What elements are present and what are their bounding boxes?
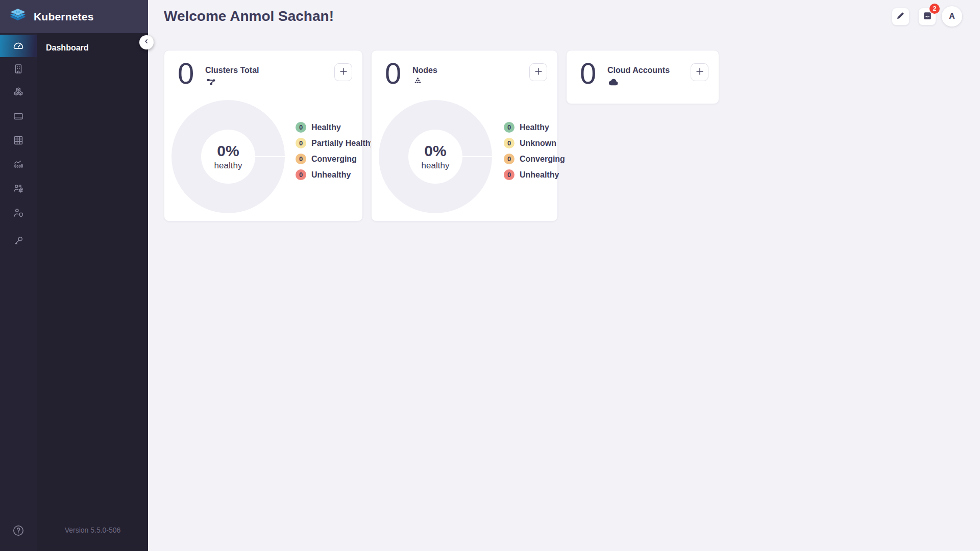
clusters-total-card: 0 Clusters Total 0% healthy — [164, 50, 363, 221]
cubes-icon — [12, 86, 24, 98]
cluster-link-icon — [205, 76, 216, 89]
clusters-legend: 0 Healthy 0 Partially Healthy 0 Convergi… — [296, 122, 375, 185]
building-icon — [12, 63, 24, 75]
chevron-left-icon — [143, 38, 150, 47]
notification-count-badge: 2 — [929, 4, 940, 14]
legend-count-badge: 0 — [296, 154, 306, 164]
edit-button[interactable] — [892, 8, 910, 26]
legend-item: 0 Partially Healthy — [296, 138, 375, 148]
legend-count-badge: 0 — [504, 138, 514, 148]
dashboard-gauge-icon — [12, 38, 25, 54]
donut-percent-label: 0% — [214, 142, 242, 160]
add-cluster-button[interactable] — [334, 63, 352, 81]
legend-count-badge: 0 — [296, 122, 306, 133]
donut-divider — [255, 156, 285, 157]
chart-icon — [12, 158, 24, 170]
nodes-card: 0 Nodes 0% healthy 0 — [371, 50, 558, 221]
legend-label: Converging — [520, 155, 565, 164]
sidebar-item-cubes[interactable] — [0, 86, 37, 98]
sidebar-rail — [0, 0, 37, 551]
avatar-initial: A — [949, 12, 955, 21]
grid-icon — [12, 134, 24, 146]
legend-item: 0 Converging — [504, 154, 565, 164]
sidebar-header: Kubernetes — [0, 0, 148, 33]
donut-sub-label: healthy — [422, 161, 450, 171]
legend-item: 0 Unhealthy — [504, 169, 565, 180]
donut-sub-label: healthy — [214, 161, 242, 171]
add-node-button[interactable] — [529, 63, 547, 81]
kubernetes-dashboard-app: Dashboard Version 5.5.0-506 Kubernetes W… — [0, 0, 980, 551]
notifications-button[interactable]: 2 — [918, 8, 936, 26]
legend-label: Converging — [311, 155, 357, 164]
clusters-health-donut: 0% healthy — [172, 100, 285, 213]
sidebar-item-building[interactable] — [0, 63, 37, 75]
plus-icon — [338, 66, 349, 79]
legend-count-badge: 0 — [296, 138, 306, 148]
user-avatar[interactable]: A — [942, 6, 962, 27]
sidebar-collapse-button[interactable] — [139, 35, 154, 49]
nodes-card-title: Nodes — [412, 66, 437, 75]
pencil-icon — [896, 11, 905, 22]
nodes-health-donut: 0% healthy — [379, 100, 492, 213]
help-icon — [12, 524, 24, 537]
sidebar-item-chart[interactable] — [0, 158, 37, 170]
sidebar-item-dashboard-label[interactable]: Dashboard — [46, 43, 89, 53]
users-gear-icon — [12, 183, 24, 195]
legend-label: Unhealthy — [311, 170, 351, 180]
legend-label: Healthy — [311, 123, 341, 132]
sidebar-flyout: Dashboard Version 5.5.0-506 — [37, 0, 148, 551]
legend-label: Unknown — [520, 139, 556, 148]
sidebar-item-users[interactable] — [0, 183, 37, 195]
clusters-count: 0 — [178, 59, 194, 88]
sidebar-item-grid[interactable] — [0, 134, 37, 146]
donut-divider — [462, 156, 492, 157]
server-icon — [12, 110, 24, 122]
legend-label: Unhealthy — [520, 170, 559, 180]
key-icon — [12, 235, 24, 247]
nodes-count: 0 — [385, 59, 401, 88]
legend-label: Partially Healthy — [311, 139, 375, 148]
legend-label: Healthy — [520, 123, 549, 132]
legend-item: 0 Unknown — [504, 138, 565, 148]
legend-item: 0 Converging — [296, 154, 375, 164]
legend-item: 0 Unhealthy — [296, 169, 375, 180]
cloud-accounts-card-title: Cloud Accounts — [607, 66, 670, 75]
kubernetes-logo-icon — [8, 7, 28, 26]
help-button[interactable] — [0, 524, 37, 537]
legend-item: 0 Healthy — [296, 122, 375, 133]
plus-icon — [694, 66, 705, 79]
sidebar-item-key[interactable] — [0, 235, 37, 247]
plus-icon — [533, 66, 544, 79]
brand-title: Kubernetes — [34, 11, 94, 23]
legend-item: 0 Healthy — [504, 122, 565, 133]
legend-count-badge: 0 — [504, 154, 514, 164]
user-shield-icon — [12, 207, 24, 219]
nodes-legend: 0 Healthy 0 Unknown 0 Converging 0 Unhea… — [504, 122, 565, 185]
sidebar-item-dashboard[interactable] — [0, 35, 37, 57]
add-cloud-account-button[interactable] — [691, 63, 708, 81]
donut-percent-label: 0% — [422, 142, 450, 160]
sidebar-item-user-shield[interactable] — [0, 207, 37, 219]
legend-count-badge: 0 — [504, 169, 514, 180]
clusters-card-title: Clusters Total — [205, 66, 259, 75]
legend-count-badge: 0 — [296, 169, 306, 180]
legend-count-badge: 0 — [504, 122, 514, 133]
cloud-icon — [607, 76, 620, 90]
cloud-accounts-count: 0 — [580, 59, 596, 88]
nodes-dots-icon — [412, 76, 423, 89]
sidebar-item-server[interactable] — [0, 110, 37, 122]
cloud-accounts-card: 0 Cloud Accounts — [566, 50, 719, 104]
version-label: Version 5.5.0-506 — [37, 526, 148, 534]
page-title: Welcome Anmol Sachan! — [164, 8, 334, 24]
